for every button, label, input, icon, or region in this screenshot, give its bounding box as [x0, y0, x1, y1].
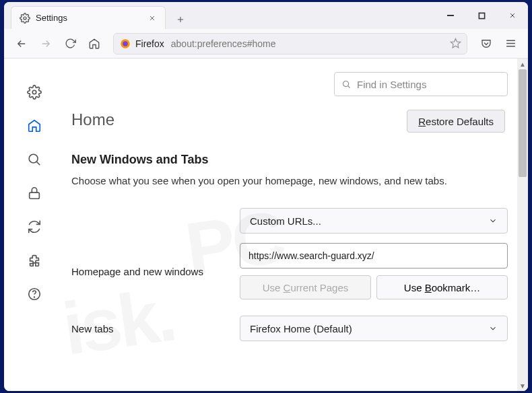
reload-button[interactable] [59, 33, 81, 55]
new-tab-button[interactable] [171, 10, 190, 29]
homepage-label: Homepage and new windows [71, 266, 240, 277]
firefox-logo-icon [119, 38, 131, 50]
sidebar-item-home[interactable] [21, 112, 48, 139]
back-icon [15, 38, 28, 50]
svg-point-4 [32, 90, 36, 94]
chevron-down-icon [488, 216, 498, 225]
maximize-icon [478, 12, 486, 20]
settings-sidebar [4, 59, 65, 391]
search-icon [27, 152, 42, 167]
svg-point-9 [343, 81, 349, 86]
sidebar-item-help[interactable] [21, 281, 48, 308]
use-current-pages-button[interactable]: Use Current Pages [240, 275, 371, 299]
sidebar-item-sync[interactable] [21, 213, 48, 240]
chevron-down-icon [488, 324, 498, 333]
svg-point-5 [29, 154, 38, 163]
forward-icon [40, 38, 52, 50]
puzzle-icon [27, 253, 42, 268]
svg-rect-1 [479, 13, 484, 18]
home-button[interactable] [84, 33, 105, 55]
newtab-mode-dropdown[interactable]: Firefox Home (Default) [240, 316, 508, 341]
tab-close-button[interactable] [146, 12, 158, 24]
close-icon [148, 14, 156, 22]
restore-defaults-button[interactable]: Restore Defaults [407, 110, 505, 133]
lock-icon [27, 186, 42, 201]
sidebar-item-search[interactable] [21, 146, 48, 173]
url-text: about:preferences#home [171, 38, 450, 49]
settings-search[interactable]: Find in Settings [334, 72, 508, 96]
svg-point-3 [123, 41, 128, 46]
content-area: PC risk. Find in Settings Home Restore D… [4, 59, 528, 391]
help-icon [27, 287, 42, 301]
sync-icon [27, 219, 42, 234]
minimize-icon [446, 11, 455, 20]
reload-icon [65, 38, 76, 49]
svg-point-0 [24, 17, 26, 20]
titlebar: Settings [4, 2, 528, 29]
home-icon [88, 38, 100, 50]
sidebar-item-privacy[interactable] [21, 180, 48, 207]
hamburger-icon [505, 38, 517, 49]
homepage-mode-dropdown[interactable]: Custom URLs... [240, 208, 508, 234]
vertical-scrollbar[interactable]: ▲ ▼ [517, 59, 528, 391]
newtabs-label: New tabs [71, 323, 240, 334]
sidebar-item-general[interactable] [21, 79, 48, 106]
search-icon [341, 79, 352, 90]
settings-main: PC risk. Find in Settings Home Restore D… [65, 59, 528, 391]
url-product: Firefox [135, 38, 164, 49]
page-title: Home [71, 110, 114, 129]
homepage-url-input[interactable] [240, 243, 508, 269]
close-icon [508, 11, 517, 20]
dropdown-value: Custom URLs... [250, 215, 321, 227]
svg-point-8 [34, 297, 35, 297]
back-button[interactable] [11, 33, 32, 55]
forward-button[interactable] [35, 33, 57, 55]
app-menu-button[interactable] [500, 33, 521, 55]
gear-icon [20, 13, 30, 24]
dropdown-value: Firefox Home (Default) [250, 323, 352, 334]
minimize-button[interactable] [435, 2, 466, 29]
scroll-down-arrow[interactable]: ▼ [517, 380, 528, 391]
svg-rect-6 [30, 192, 40, 199]
scroll-up-arrow[interactable]: ▲ [517, 59, 528, 69]
plus-icon [176, 15, 185, 24]
address-bar[interactable]: Firefox about:preferences#home [113, 33, 467, 55]
sidebar-item-extensions[interactable] [21, 247, 48, 274]
maximize-button[interactable] [466, 2, 497, 29]
gear-icon [27, 85, 42, 100]
home-icon [27, 118, 42, 133]
browser-tab[interactable]: Settings [11, 6, 166, 29]
section-description: Choose what you see when you open your h… [71, 174, 508, 188]
scroll-thumb[interactable] [519, 69, 527, 177]
search-placeholder: Find in Settings [357, 79, 426, 90]
pocket-button[interactable] [475, 33, 497, 55]
bookmark-star-icon[interactable] [450, 38, 461, 49]
window-close-button[interactable] [497, 2, 528, 29]
tab-title: Settings [36, 13, 146, 23]
navigation-toolbar: Firefox about:preferences#home [4, 29, 528, 59]
use-bookmark-button[interactable]: Use Bookmark… [376, 275, 508, 299]
pocket-icon [480, 38, 492, 50]
section-title: New Windows and Tabs [71, 153, 508, 167]
